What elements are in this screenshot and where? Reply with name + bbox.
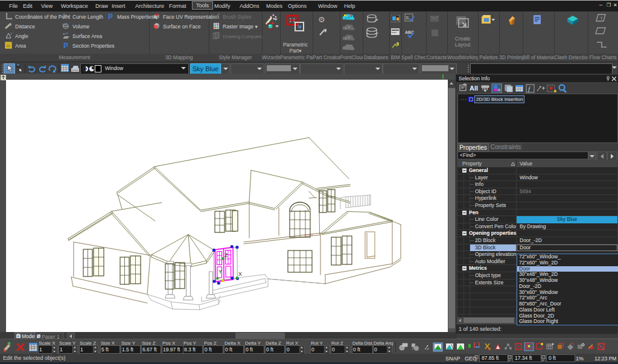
svg-text:T: T <box>600 16 603 21</box>
svg-text:z: z <box>542 359 544 362</box>
svg-text:y: y <box>508 359 510 362</box>
svg-text:s=?: s=? <box>63 32 68 36</box>
svg-text:x: x <box>475 359 477 362</box>
svg-text:X: X <box>238 271 242 277</box>
svg-text:P: P <box>63 42 68 49</box>
svg-text:Z: Z <box>225 252 228 258</box>
svg-text:2: 2 <box>10 23 12 27</box>
svg-text:P: P <box>108 13 113 20</box>
svg-text:f: f <box>528 85 531 92</box>
svg-text:m: m <box>7 44 10 48</box>
svg-text:2: 2 <box>10 32 12 36</box>
svg-text:All: All <box>470 85 478 92</box>
svg-text:Y: Y <box>218 269 222 275</box>
svg-text:S: S <box>406 15 409 21</box>
